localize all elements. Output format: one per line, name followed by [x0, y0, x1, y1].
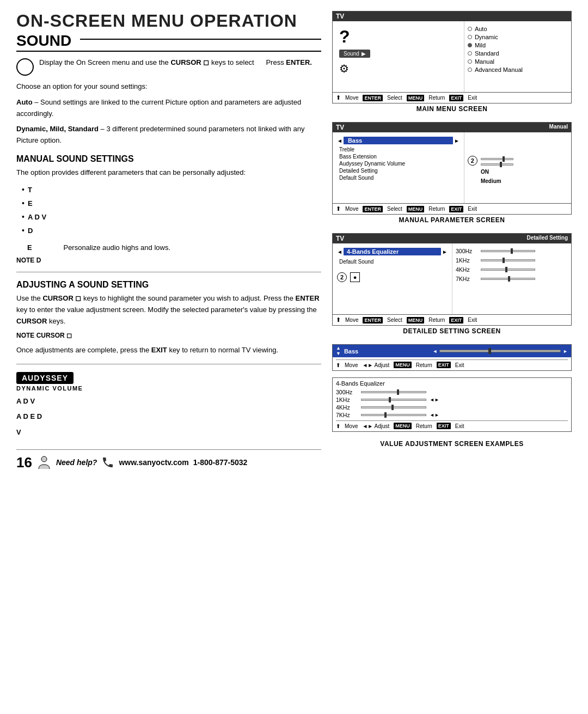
detailed-header-text: Detailed Setting [526, 235, 568, 242]
detailed-enter-btn: ENTER [363, 317, 383, 324]
radio-dynamic [468, 35, 472, 39]
dynamic-para: Dynamic, Mild, Standard – 3 different pr… [16, 124, 321, 147]
note-cursor: NOTE CURSOR ◻ [16, 332, 321, 339]
move-label: Move [345, 95, 358, 101]
two-circle-icon: 2 [468, 156, 477, 166]
default-sound-item: Default Sound [337, 175, 460, 181]
enter-btn: ENTER [363, 95, 383, 101]
eq-7khz-row: 7KHz ◄► [336, 412, 568, 418]
detailed-move-icon: ⬆ [336, 316, 341, 324]
detailed-setting-label: DETAILED SETTING SCREEN [332, 326, 572, 338]
option-advanced: Advanced Manual [468, 66, 568, 73]
bass-val-label: Bass [344, 348, 358, 355]
intro-text: Display the On Screen menu and use the C… [39, 57, 312, 68]
manual-exit-label: Exit [468, 206, 477, 212]
radio-manual [468, 59, 472, 64]
manual-nav-bar: ⬆ Move ENTER Select MENU Return EXIT Exi… [333, 203, 571, 214]
website-url: www.sanyoctv.com [119, 458, 188, 467]
option-auto: Auto [468, 26, 568, 32]
auto-para: Auto – Sound settings are linked to the … [16, 97, 321, 120]
detailed-select-label: Select [387, 317, 402, 323]
eq-300hz-slider [361, 391, 426, 393]
choose-text: Choose an option for your sound settings… [16, 81, 321, 93]
option-manual: Manual [468, 58, 568, 65]
detailed-left-panel: ◄ 4-Bands Equalizer ► Default Sound 2 ● [333, 243, 452, 314]
manual-move-icon: ⬆ [336, 205, 341, 212]
bass-slider [481, 158, 513, 160]
bass-move-label: Move [345, 362, 358, 368]
on-value: ON [481, 169, 513, 175]
radio-standard [468, 51, 472, 56]
detailed-setting-screen: TV Detailed Setting ◄ 4-Bands Equalizer … [332, 233, 572, 338]
manual-exit-btn: EXIT [449, 206, 463, 212]
audyssey-adv: A D V [16, 396, 321, 407]
slider-7khz [481, 278, 535, 280]
help-text: Need help? [56, 458, 97, 467]
divider-1 [16, 272, 321, 272]
page-number: 16 [16, 454, 32, 471]
bass-exit-btn: EXIT [437, 362, 451, 368]
eq-1khz-slider [361, 399, 426, 401]
two-circle-icon-2: 2 [337, 272, 347, 282]
detailed-move-label: Move [345, 317, 358, 323]
bass-adjust-label: ◄► Adjust [362, 362, 389, 368]
exit-btn: EXIT [449, 95, 463, 101]
phone-icon [101, 456, 114, 469]
eq-highlight: 4-Bands Equalizer [344, 248, 441, 255]
manual-right-panel: 2 [464, 132, 571, 203]
manual-header-text: Manual [549, 124, 568, 131]
main-title: ON-SCREEN MENU OPERATION [16, 11, 321, 31]
eq-4khz-row: 4KHz [336, 404, 568, 411]
manual-enter-btn: ENTER [363, 206, 383, 212]
slider-1khz [481, 259, 535, 261]
manual-move-label: Move [345, 206, 358, 212]
bass-value-adj: ▲ ▼ Bass ◄ ► ⬆ Move ◄► Adjust MENU [332, 344, 572, 371]
main-menu-screen: TV ? Sound ▶ [332, 11, 572, 115]
move-icon: ⬆ [336, 94, 341, 101]
option-dynamic: Dynamic [468, 34, 568, 40]
menu-btn: MENU [407, 95, 425, 101]
eq-1khz-row: 1KHz ◄► [336, 396, 568, 403]
eq-return-label: Return [416, 423, 432, 429]
phone-number: 1-800-877-5032 [193, 458, 248, 467]
radio-auto [468, 27, 472, 31]
manual-param-label: MANUAL PARAMETER SCREEN [332, 215, 572, 227]
bass-ext-item: Bass Extension [337, 154, 460, 160]
manual-bullet-list: T E A D V D [22, 183, 321, 238]
band-300hz: 300Hz [456, 248, 568, 254]
bass-highlight: Bass [344, 137, 453, 144]
option-mild: Mild [468, 42, 568, 48]
footer: 16 Need help? www.sanyoctv.com 1-800-877… [16, 449, 321, 471]
note-d: NOTE D [16, 257, 321, 264]
svg-point-0 [41, 456, 47, 462]
main-menu-left-panel: ? Sound ▶ ⚙ [333, 21, 464, 92]
main-menu-label: MAIN MENU SCREEN [332, 103, 572, 115]
circle-dot-icon: ● [350, 272, 360, 282]
treble-slider [481, 163, 513, 166]
main-menu-options: Auto Dynamic Mild Standard [464, 21, 571, 92]
eq-7khz-slider [361, 414, 426, 416]
manual-param-screen: TV Manual ◄ Bass ► Treble Bass Extension… [332, 122, 572, 227]
value-adj-label: VALUE ADJUSTMENT SCREEN EXAMPLES [332, 438, 572, 450]
bullet-D: D [22, 224, 321, 237]
cursor-circle-icon [16, 58, 34, 76]
band-4khz: 4KHz [456, 266, 568, 273]
treble-item: Treble [337, 147, 460, 152]
eq-adjust-label: ◄► Adjust [362, 423, 389, 429]
band-7khz: 7KHz [456, 276, 568, 282]
option-standard: Standard [468, 50, 568, 57]
settings-icon: ⚙ [339, 62, 349, 75]
eq-move-icon: ⬆ [336, 423, 340, 429]
bass-move-icon: ⬆ [336, 362, 340, 368]
audyssey-v: V [16, 427, 321, 438]
slider-4khz [481, 268, 535, 271]
detailed-menu-btn: MENU [407, 317, 425, 324]
detailed-exit-label: Exit [468, 317, 477, 323]
bass-val-header: ▲ ▼ Bass ◄ ► [333, 345, 571, 357]
bass-val-nav: ⬆ Move ◄► Adjust MENU Return EXIT Exit [336, 359, 568, 368]
manual-left-panel: ◄ Bass ► Treble Bass Extension Audyssey … [333, 132, 464, 203]
section-title-sound: SOUND [16, 32, 321, 52]
main-menu-nav-bar: ⬆ Move ENTER Select MENU Return EXIT Exi… [333, 92, 571, 103]
select-label: Select [387, 95, 402, 101]
eq-300hz-row: 300Hz [336, 389, 568, 395]
